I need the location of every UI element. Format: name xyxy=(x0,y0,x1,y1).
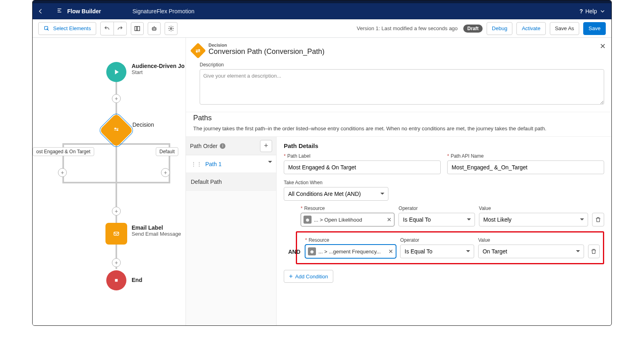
chevron-down-icon xyxy=(599,8,606,14)
toolbar: Select Elements Version 1: Last modified… xyxy=(33,19,611,38)
debug-button[interactable]: Debug xyxy=(487,22,512,35)
flow-name: SignatureFlex Promotion xyxy=(117,8,194,14)
path-list: ⋮⋮ Path 1 Default Path xyxy=(186,155,276,325)
operator-value[interactable] xyxy=(398,213,475,226)
plus-icon: + xyxy=(289,273,293,280)
app-brand: Flow Builder xyxy=(49,7,117,15)
flow-canvas[interactable]: Audience-Driven Jo Start + Decision ost … xyxy=(33,38,186,325)
robot-icon xyxy=(151,25,157,32)
value-value[interactable] xyxy=(479,213,588,226)
paths-help-text: The journey takes the first path–in the … xyxy=(186,124,611,137)
flow-builder-icon xyxy=(57,7,63,15)
resource-label: Resource xyxy=(305,237,396,243)
edge xyxy=(62,182,170,183)
version-text: Version 1: Last modified a few seconds a… xyxy=(357,25,458,31)
clear-icon[interactable]: ✕ xyxy=(387,216,392,223)
add-node-button[interactable]: + xyxy=(58,168,67,177)
app-frame: Flow Builder SignatureFlex Promotion ? H… xyxy=(32,0,612,326)
description-label: Description xyxy=(200,62,604,68)
take-action-value[interactable] xyxy=(284,187,388,201)
branch-left-tag[interactable]: ost Engaged & On Target xyxy=(33,147,94,156)
path-item-default[interactable]: Default Path xyxy=(186,173,276,191)
delete-condition-button[interactable] xyxy=(592,213,604,226)
value-value[interactable] xyxy=(478,245,584,258)
clear-icon[interactable]: ✕ xyxy=(388,248,393,255)
decision-header-icon: ⇄ xyxy=(190,43,206,59)
undo-button[interactable] xyxy=(101,22,114,35)
workspace: Audience-Driven Jo Start + Decision ost … xyxy=(33,38,611,325)
branch-right-tag[interactable]: Default xyxy=(156,147,178,156)
close-panel-button[interactable]: ✕ xyxy=(600,42,606,51)
description-section: Description xyxy=(186,60,611,112)
api-name-label: Path API Name xyxy=(447,153,604,159)
add-node-button[interactable]: + xyxy=(112,258,121,267)
decision-node[interactable] xyxy=(99,113,134,148)
add-node-button[interactable]: + xyxy=(112,207,121,216)
description-input[interactable] xyxy=(200,69,604,105)
operator-select[interactable] xyxy=(398,213,475,226)
email-node[interactable] xyxy=(105,223,127,245)
redo-icon xyxy=(117,25,123,32)
arrow-left-icon xyxy=(37,8,44,14)
settings-button[interactable] xyxy=(165,22,178,35)
layout-icon xyxy=(134,25,140,32)
email-subtitle: Send Email Message xyxy=(132,231,181,237)
svg-point-7 xyxy=(115,128,116,129)
save-as-button[interactable]: Save As xyxy=(550,22,580,35)
svg-rect-2 xyxy=(137,26,140,31)
activate-button[interactable]: Activate xyxy=(516,22,545,35)
resource-token[interactable]: ☻ ... > Open Likelihood ✕ xyxy=(301,213,394,226)
delete-condition-button[interactable] xyxy=(588,245,600,258)
back-button[interactable] xyxy=(33,3,49,19)
add-node-button[interactable]: + xyxy=(161,168,170,177)
paths-columns: Path Orderi + ⋮⋮ Path 1 Default Path xyxy=(186,137,611,325)
play-icon xyxy=(113,69,120,75)
einstein-button[interactable] xyxy=(148,22,161,35)
operator-select[interactable] xyxy=(400,245,474,258)
path-item-path1[interactable]: ⋮⋮ Path 1 xyxy=(186,155,276,173)
take-action-label: Take Action When xyxy=(284,180,604,185)
svg-point-6 xyxy=(170,28,172,29)
resource-value: ... > ...gement Frequency... xyxy=(318,249,386,255)
canvas-layout-button[interactable] xyxy=(131,22,144,35)
path-label-input[interactable] xyxy=(284,160,441,174)
resource-value: ... > Open Likelihood xyxy=(314,217,384,223)
panel-eyebrow: Decision xyxy=(208,43,324,47)
path-order-title: Path Order xyxy=(190,143,217,149)
info-icon[interactable]: i xyxy=(220,143,225,149)
operator-value[interactable] xyxy=(400,245,474,258)
value-select[interactable] xyxy=(478,245,584,258)
condition-row: Resource ☻ ... > Open Likelihood ✕ Opera… xyxy=(301,203,604,229)
api-name-input[interactable] xyxy=(447,160,604,174)
path-order-column: Path Orderi + ⋮⋮ Path 1 Default Path xyxy=(186,137,277,325)
value-label: Value xyxy=(479,206,588,211)
help-menu[interactable]: ? Help xyxy=(580,3,606,19)
value-select[interactable] xyxy=(479,213,588,226)
add-condition-button[interactable]: + Add Condition xyxy=(284,270,333,283)
add-path-button[interactable]: + xyxy=(260,140,272,152)
title-bar-strip xyxy=(33,0,611,3)
add-node-button[interactable]: + xyxy=(112,94,121,103)
toolbar-right: Version 1: Last modified a few seconds a… xyxy=(357,22,606,35)
svg-rect-9 xyxy=(114,232,119,235)
mail-icon xyxy=(113,230,120,237)
save-button[interactable]: Save xyxy=(583,22,606,35)
app-header: Flow Builder SignatureFlex Promotion ? H… xyxy=(33,3,611,19)
undo-redo-group xyxy=(100,22,127,35)
select-elements-button[interactable]: Select Elements xyxy=(38,22,96,35)
condition-row: AND Resource ☻ ... > ...gement Frequency… xyxy=(305,235,600,261)
value-label: Value xyxy=(478,237,584,243)
resource-token[interactable]: ☻ ... > ...gement Frequency... ✕ xyxy=(305,245,396,258)
robot-icon: ☻ xyxy=(308,247,316,255)
robot-icon: ☻ xyxy=(303,216,312,224)
add-condition-label: Add Condition xyxy=(295,274,328,280)
redo-button[interactable] xyxy=(114,22,126,35)
property-panel: ⇄ Decision Conversion Path (Conversion_P… xyxy=(186,38,611,325)
start-node[interactable] xyxy=(106,62,126,82)
svg-point-5 xyxy=(155,29,155,29)
drag-handle-icon[interactable]: ⋮⋮ xyxy=(191,161,202,167)
take-action-select[interactable] xyxy=(284,187,388,201)
default-path-label: Default Path xyxy=(191,179,222,185)
conditions: Resource ☻ ... > Open Likelihood ✕ Opera… xyxy=(284,203,604,283)
end-node[interactable] xyxy=(106,270,126,290)
